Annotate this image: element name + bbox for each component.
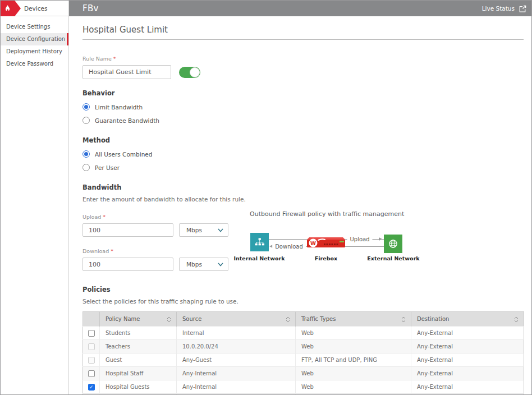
behavior-option-limit-bandwidth[interactable]: Limit Bandwidth xyxy=(82,103,524,111)
radio-icon[interactable] xyxy=(82,117,90,124)
column-label: Source xyxy=(182,316,201,322)
download-unit-value: Mbps xyxy=(186,261,202,268)
table-row: ✓Hospital GuestsAny-InternalWebAny-Exter… xyxy=(83,380,524,394)
policies-heading: Policies xyxy=(82,286,524,293)
bandwidth-description: Enter the amount of bandwidth to allocat… xyxy=(82,196,524,203)
column-header-policy-name[interactable]: Policy Name xyxy=(100,312,177,327)
external-network-node xyxy=(384,235,402,253)
sidebar-item-device-password[interactable]: Device Password xyxy=(1,58,68,70)
bandwidth-section: Bandwidth Enter the amount of bandwidth … xyxy=(82,183,524,271)
cell-policy-name: Teachers xyxy=(100,340,177,353)
firebox-device-icon: W xyxy=(306,234,346,250)
device-title: FBv xyxy=(82,3,99,13)
required-marker: * xyxy=(103,214,106,220)
rule-name-input[interactable] xyxy=(82,65,171,79)
cell-traffic-types: FTP, All TCP and UDP, PING xyxy=(296,353,411,367)
sidebar-item-label: Device Settings xyxy=(6,24,50,30)
download-unit-select[interactable]: Mbps xyxy=(179,258,228,271)
cell-traffic-types: FTP, All TCP and UDP, PING xyxy=(296,394,411,395)
radio-icon[interactable] xyxy=(82,103,90,111)
upload-unit-select[interactable]: Mbps xyxy=(179,223,228,237)
top-bar: Devices FBv Live Status xyxy=(1,1,531,16)
external-network-label: External Network xyxy=(367,255,419,261)
column-label: Policy Name xyxy=(106,316,140,322)
header-bar: FBv Live Status xyxy=(69,1,531,16)
cell-source: Any-Internal xyxy=(177,380,296,394)
policies-table-body: StudentsInternalWebAny-ExternalTeachers1… xyxy=(83,327,524,395)
chevron-down-icon xyxy=(218,263,223,267)
policy-checkbox[interactable] xyxy=(88,370,95,377)
page-title: Hospital Guest Limit xyxy=(82,25,524,40)
method-section: Method All Users Combined Per User xyxy=(82,136,524,171)
cell-traffic-types: Web xyxy=(296,327,411,340)
column-header-source[interactable]: Source xyxy=(177,312,296,327)
cell-destination: Any-External xyxy=(411,327,524,340)
method-heading: Method xyxy=(82,136,524,144)
cell-destination: Any-External xyxy=(411,340,524,353)
rule-name-label: Rule Name xyxy=(82,56,112,62)
table-row: OutgoingAny-InternalFTP, All TCP and UDP… xyxy=(83,394,524,395)
devices-tab-label[interactable]: Devices xyxy=(24,1,47,16)
sidebar-item-deployment-history[interactable]: Deployment History xyxy=(1,45,68,58)
upload-input[interactable] xyxy=(82,223,173,237)
method-option-all-users-combined[interactable]: All Users Combined xyxy=(82,150,524,158)
network-tree-icon xyxy=(254,237,265,247)
download-input[interactable] xyxy=(82,258,173,271)
checkbox-cell xyxy=(83,353,100,367)
table-header-row: Policy Name Source Traffic Types Destina… xyxy=(83,312,524,327)
checkbox-cell xyxy=(83,367,100,380)
cell-traffic-types: Web xyxy=(296,380,411,394)
table-row: Teachers10.0.20.0/24WebAny-External xyxy=(83,340,524,353)
policy-checkbox[interactable]: ✓ xyxy=(88,384,95,391)
checkbox-cell xyxy=(83,340,100,353)
behavior-option-guarantee-bandwidth[interactable]: Guarantee Bandwidth xyxy=(82,117,524,124)
method-option-per-user[interactable]: Per User xyxy=(82,164,524,171)
rule-enabled-toggle[interactable] xyxy=(179,67,200,78)
column-header-traffic-types[interactable]: Traffic Types xyxy=(296,312,411,327)
firebox-label: Firebox xyxy=(315,255,337,261)
upload-flow-label: Upload xyxy=(347,236,372,242)
radio-label: Limit Bandwidth xyxy=(95,104,143,111)
radio-icon[interactable] xyxy=(82,150,90,158)
sidebar: Device Settings Device Configuration Dep… xyxy=(1,16,69,394)
behavior-heading: Behavior xyxy=(82,89,524,97)
policy-checkbox[interactable] xyxy=(88,330,95,337)
sort-icon[interactable] xyxy=(401,316,406,323)
brand-logo xyxy=(1,1,21,16)
sort-icon[interactable] xyxy=(286,316,290,323)
app-window: Devices FBv Live Status Device Settings … xyxy=(0,0,532,395)
cell-destination: Any-External xyxy=(411,394,524,395)
policy-checkbox xyxy=(88,357,95,364)
cell-policy-name: Outgoing xyxy=(100,394,177,395)
table-row: Hospital StaffAny-InternalWebAny-Externa… xyxy=(83,367,524,380)
internal-network-node xyxy=(250,233,269,251)
radio-icon[interactable] xyxy=(82,164,90,171)
cell-policy-name: Guest xyxy=(100,353,177,367)
table-row: GuestAny-GuestFTP, All TCP and UDP, PING… xyxy=(83,353,524,367)
cell-traffic-types: Web xyxy=(296,340,411,353)
radio-label: Per User xyxy=(95,164,120,171)
live-status-link[interactable]: Live Status xyxy=(482,4,527,13)
download-label: Download xyxy=(82,248,109,254)
policies-table: Policy Name Source Traffic Types Destina… xyxy=(82,311,524,394)
cell-destination: Any-External xyxy=(411,380,524,394)
svg-text:W: W xyxy=(310,241,316,246)
sort-icon[interactable] xyxy=(167,316,171,323)
flame-icon xyxy=(3,4,12,13)
policy-checkbox xyxy=(88,343,95,350)
cell-traffic-types: Web xyxy=(296,367,411,380)
required-marker: * xyxy=(111,248,113,254)
policies-section: Policies Select the policies for this tr… xyxy=(82,286,524,394)
traffic-diagram: Outbound Firewall policy with traffic ma… xyxy=(250,210,418,264)
sidebar-item-device-settings[interactable]: Device Settings xyxy=(1,21,68,33)
column-header-destination[interactable]: Destination xyxy=(411,312,524,327)
sort-icon[interactable] xyxy=(514,316,519,323)
rule-name-section: Rule Name* xyxy=(82,52,524,79)
main-content: Hospital Guest Limit Rule Name* Behavior… xyxy=(69,16,531,394)
checkbox-column-header xyxy=(83,312,100,327)
cell-source: Any-Guest xyxy=(177,353,296,367)
brand-tab[interactable]: Devices xyxy=(1,1,69,16)
cell-source: Any-Internal xyxy=(177,367,296,380)
cell-source: 10.0.20.0/24 xyxy=(177,340,296,353)
sidebar-item-device-configuration[interactable]: Device Configuration xyxy=(1,33,68,45)
